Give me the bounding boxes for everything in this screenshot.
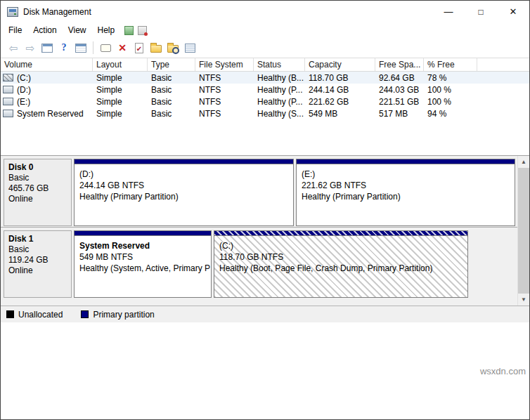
maximize-button[interactable]: □ [465, 1, 497, 22]
close-button[interactable]: ✕ [497, 1, 529, 22]
table-row-d[interactable]: (D:) Simple Basic NTFS Healthy (P... 244… [1, 84, 529, 96]
primary-partition-strip [75, 231, 211, 236]
comment-icon[interactable] [98, 40, 113, 55]
primary-partition-swatch [81, 310, 89, 318]
partition-d[interactable]: (D:) 244.14 GB NTFS Healthy (Primary Par… [74, 159, 294, 226]
bottom-strip: wsxdn.com [1, 322, 529, 419]
legend-bar: Unallocated Primary partition [1, 306, 529, 322]
volume-icon [3, 98, 13, 105]
menu-view[interactable]: View [63, 22, 92, 38]
partition-c-selected[interactable]: (C:) 118.70 GB NTFS Healthy (Boot, Page … [214, 230, 468, 298]
scrollbar-up-icon[interactable]: ▲ [518, 156, 529, 168]
delete-icon[interactable]: ✕ [115, 40, 130, 55]
disk-0-label-box[interactable]: Disk 0 Basic 465.76 GB Online [4, 159, 72, 226]
menu-help[interactable]: Help [92, 22, 121, 38]
scrollbar-thumb[interactable] [518, 168, 529, 294]
toolbar-separator [93, 41, 93, 54]
volume-icon [3, 74, 13, 81]
primary-partition-strip [214, 231, 467, 236]
details-view-icon[interactable] [73, 40, 89, 55]
column-header-status[interactable]: Status [254, 58, 305, 71]
volume-list-pane: Volume Layout Type File System Status Ca… [1, 58, 529, 155]
window-title: Disk Management [23, 7, 91, 17]
folder-search-icon[interactable] [165, 40, 181, 55]
primary-partition-strip [297, 159, 515, 164]
menu-extra-icon-1[interactable] [124, 26, 134, 35]
disk-management-window: Disk Management — □ ✕ File Action View H… [0, 0, 530, 420]
column-header-capacity[interactable]: Capacity [305, 58, 375, 71]
menubar: File Action View Help [1, 22, 529, 38]
forward-icon[interactable]: ⇨ [22, 40, 38, 55]
scrollbar-down-icon[interactable]: ▼ [518, 294, 529, 306]
column-header-pct-free[interactable]: % Free [424, 58, 477, 71]
titlebar: Disk Management — □ ✕ [1, 1, 529, 22]
disk-0-row: Disk 0 Basic 465.76 GB Online (D:) 244.1… [1, 156, 517, 228]
column-header-file-system[interactable]: File System [195, 58, 254, 71]
volume-icon [3, 110, 13, 117]
watermark-text: wsxdn.com [480, 366, 526, 376]
help-icon[interactable]: ? [56, 40, 72, 55]
table-row-c[interactable]: (C:) Simple Basic NTFS Healthy (B... 118… [1, 72, 529, 84]
properties-form-icon[interactable] [182, 40, 198, 55]
caption-buttons: — □ ✕ [432, 1, 529, 22]
unallocated-swatch [6, 310, 14, 318]
menu-file[interactable]: File [3, 22, 27, 38]
check-document-icon[interactable]: ✔ [131, 40, 147, 55]
table-row-system-reserved[interactable]: System Reserved Simple Basic NTFS Health… [1, 107, 529, 119]
column-header-layout[interactable]: Layout [93, 58, 148, 71]
disk-management-icon [7, 7, 18, 17]
volume-icon [3, 86, 13, 93]
graphical-view-pane: Disk 0 Basic 465.76 GB Online (D:) 244.1… [1, 156, 517, 306]
graphical-view-area: Disk 0 Basic 465.76 GB Online (D:) 244.1… [1, 155, 529, 306]
vertical-scrollbar: ▲ ▼ [517, 156, 529, 306]
partition-e[interactable]: (E:) 221.62 GB NTFS Healthy (Primary Par… [296, 159, 515, 226]
partition-system-reserved[interactable]: System Reserved 549 MB NTFS Healthy (Sys… [74, 230, 212, 298]
minimize-button[interactable]: — [432, 1, 465, 22]
column-header-volume[interactable]: Volume [1, 58, 93, 71]
disk-1-label-box[interactable]: Disk 1 Basic 119.24 GB Online [4, 230, 72, 298]
column-header-filler [477, 58, 529, 71]
folder-icon[interactable] [148, 40, 164, 55]
menu-action[interactable]: Action [27, 22, 62, 38]
legend-primary-partition: Primary partition [81, 310, 154, 320]
toolbar: ⇦ ⇨ ? ✕ ✔ [1, 38, 529, 58]
legend-unallocated: Unallocated [6, 310, 63, 320]
table-row-e[interactable]: (E:) Simple Basic NTFS Healthy (P... 221… [1, 96, 529, 107]
volume-table-header: Volume Layout Type File System Status Ca… [1, 58, 529, 72]
menu-extra-icon-2[interactable] [138, 26, 147, 35]
column-header-type[interactable]: Type [148, 58, 195, 71]
console-tree-icon[interactable] [39, 40, 55, 55]
disk-1-row: Disk 1 Basic 119.24 GB Online System Res… [1, 228, 517, 306]
column-header-free-space[interactable]: Free Spa... [375, 58, 424, 71]
primary-partition-strip [75, 159, 293, 164]
back-icon[interactable]: ⇦ [6, 40, 21, 55]
